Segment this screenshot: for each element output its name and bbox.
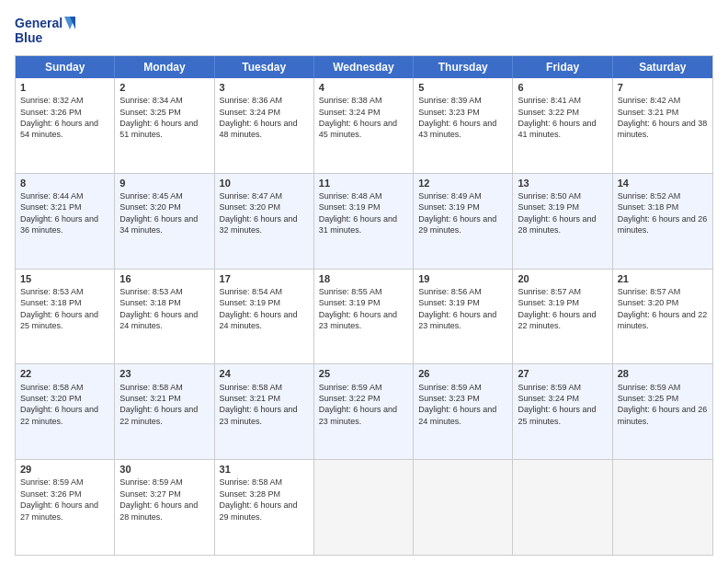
day-cell-19: 19 Sunrise: 8:56 AMSunset: 3:19 PMDaylig… [414,270,513,364]
day-info: Sunrise: 8:58 AMSunset: 3:21 PMDaylight:… [220,383,298,426]
calendar: SundayMondayTuesdayWednesdayThursdayFrid… [15,55,713,556]
day-cell-1: 1 Sunrise: 8:32 AMSunset: 3:26 PMDayligh… [16,78,115,173]
day-cell-13: 13 Sunrise: 8:50 AMSunset: 3:19 PMDaylig… [513,174,612,269]
day-number: 8 [20,177,109,190]
calendar-week-4: 22 Sunrise: 8:58 AMSunset: 3:20 PMDaylig… [16,363,712,459]
day-info: Sunrise: 8:47 AMSunset: 3:20 PMDaylight:… [220,191,298,235]
calendar-week-2: 8 Sunrise: 8:44 AMSunset: 3:21 PMDayligh… [16,173,712,269]
day-cell-7: 7 Sunrise: 8:42 AMSunset: 3:21 PMDayligh… [613,78,712,173]
day-cell-11: 11 Sunrise: 8:48 AMSunset: 3:19 PMDaylig… [314,174,414,269]
day-number: 20 [518,272,607,285]
empty-cell [414,460,513,555]
day-cell-21: 21 Sunrise: 8:57 AMSunset: 3:20 PMDaylig… [613,270,712,364]
day-info: Sunrise: 8:54 AMSunset: 3:19 PMDaylight:… [220,287,298,330]
day-number: 3 [220,81,309,94]
day-number: 12 [418,177,507,190]
day-cell-22: 22 Sunrise: 8:58 AMSunset: 3:20 PMDaylig… [16,364,115,459]
day-number: 17 [220,272,309,285]
day-info: Sunrise: 8:52 AMSunset: 3:18 PMDaylight:… [618,191,708,235]
day-cell-4: 4 Sunrise: 8:38 AMSunset: 3:24 PMDayligh… [314,78,414,173]
day-cell-25: 25 Sunrise: 8:59 AMSunset: 3:22 PMDaylig… [314,364,414,459]
day-header-tuesday: Tuesday [215,56,314,78]
day-info: Sunrise: 8:58 AMSunset: 3:28 PMDaylight:… [220,477,298,521]
day-cell-3: 3 Sunrise: 8:36 AMSunset: 3:24 PMDayligh… [215,78,314,173]
day-info: Sunrise: 8:56 AMSunset: 3:19 PMDaylight:… [418,287,496,330]
day-info: Sunrise: 8:34 AMSunset: 3:25 PMDaylight:… [119,96,198,139]
day-info: Sunrise: 8:41 AMSunset: 3:22 PMDaylight:… [518,96,596,139]
day-number: 21 [618,272,708,285]
day-info: Sunrise: 8:59 AMSunset: 3:24 PMDaylight:… [518,383,596,426]
day-number: 29 [20,463,109,476]
day-cell-29: 29 Sunrise: 8:59 AMSunset: 3:26 PMDaylig… [16,460,115,555]
day-number: 28 [618,367,708,380]
day-cell-10: 10 Sunrise: 8:47 AMSunset: 3:20 PMDaylig… [215,174,314,269]
day-cell-5: 5 Sunrise: 8:39 AMSunset: 3:23 PMDayligh… [414,78,513,173]
day-cell-24: 24 Sunrise: 8:58 AMSunset: 3:21 PMDaylig… [215,364,314,459]
day-number: 11 [319,177,408,190]
day-number: 6 [518,81,607,94]
day-cell-23: 23 Sunrise: 8:58 AMSunset: 3:21 PMDaylig… [115,364,214,459]
day-number: 5 [418,81,507,94]
day-number: 26 [418,367,507,380]
day-info: Sunrise: 8:59 AMSunset: 3:27 PMDaylight:… [119,477,198,521]
day-number: 25 [319,367,408,380]
day-cell-26: 26 Sunrise: 8:59 AMSunset: 3:23 PMDaylig… [414,364,513,459]
day-number: 24 [220,367,309,380]
day-info: Sunrise: 8:57 AMSunset: 3:19 PMDaylight:… [518,287,596,330]
day-info: Sunrise: 8:59 AMSunset: 3:23 PMDaylight:… [418,383,496,426]
header: GeneralBlue [15,11,713,48]
day-number: 2 [119,81,209,94]
day-number: 19 [418,272,507,285]
day-number: 23 [119,367,209,380]
day-cell-2: 2 Sunrise: 8:34 AMSunset: 3:25 PMDayligh… [115,78,214,173]
day-cell-12: 12 Sunrise: 8:49 AMSunset: 3:19 PMDaylig… [414,174,513,269]
empty-cell [613,460,712,555]
day-number: 7 [618,81,708,94]
day-info: Sunrise: 8:32 AMSunset: 3:26 PMDaylight:… [20,96,98,139]
day-info: Sunrise: 8:36 AMSunset: 3:24 PMDaylight:… [220,96,298,139]
svg-text:General: General [15,16,63,30]
day-cell-9: 9 Sunrise: 8:45 AMSunset: 3:20 PMDayligh… [115,174,214,269]
day-number: 30 [119,463,209,476]
day-cell-27: 27 Sunrise: 8:59 AMSunset: 3:24 PMDaylig… [513,364,612,459]
day-info: Sunrise: 8:50 AMSunset: 3:19 PMDaylight:… [518,191,596,235]
day-cell-8: 8 Sunrise: 8:44 AMSunset: 3:21 PMDayligh… [16,174,115,269]
day-header-friday: Friday [513,56,612,78]
calendar-week-1: 1 Sunrise: 8:32 AMSunset: 3:26 PMDayligh… [16,78,712,173]
day-info: Sunrise: 8:58 AMSunset: 3:21 PMDaylight:… [119,383,198,426]
day-info: Sunrise: 8:59 AMSunset: 3:22 PMDaylight:… [319,383,397,426]
day-number: 18 [319,272,408,285]
day-info: Sunrise: 8:48 AMSunset: 3:19 PMDaylight:… [319,191,397,235]
day-header-saturday: Saturday [613,56,712,78]
day-info: Sunrise: 8:39 AMSunset: 3:23 PMDaylight:… [418,96,496,139]
calendar-week-5: 29 Sunrise: 8:59 AMSunset: 3:26 PMDaylig… [16,459,712,555]
day-cell-15: 15 Sunrise: 8:53 AMSunset: 3:18 PMDaylig… [16,270,115,364]
day-cell-6: 6 Sunrise: 8:41 AMSunset: 3:22 PMDayligh… [513,78,612,173]
day-number: 22 [20,367,109,380]
day-number: 9 [119,177,209,190]
day-cell-16: 16 Sunrise: 8:53 AMSunset: 3:18 PMDaylig… [115,270,214,364]
day-cell-30: 30 Sunrise: 8:59 AMSunset: 3:27 PMDaylig… [115,460,214,555]
day-info: Sunrise: 8:59 AMSunset: 3:25 PMDaylight:… [618,383,708,426]
day-header-wednesday: Wednesday [314,56,414,78]
day-info: Sunrise: 8:58 AMSunset: 3:20 PMDaylight:… [20,383,98,426]
day-info: Sunrise: 8:49 AMSunset: 3:19 PMDaylight:… [418,191,496,235]
day-number: 15 [20,272,109,285]
empty-cell [513,460,612,555]
day-info: Sunrise: 8:53 AMSunset: 3:18 PMDaylight:… [20,287,98,330]
day-info: Sunrise: 8:55 AMSunset: 3:19 PMDaylight:… [319,287,397,330]
general-blue-icon: GeneralBlue [15,15,79,48]
day-info: Sunrise: 8:53 AMSunset: 3:18 PMDaylight:… [119,287,198,330]
day-number: 4 [319,81,408,94]
day-cell-17: 17 Sunrise: 8:54 AMSunset: 3:19 PMDaylig… [215,270,314,364]
day-cell-20: 20 Sunrise: 8:57 AMSunset: 3:19 PMDaylig… [513,270,612,364]
day-cell-14: 14 Sunrise: 8:52 AMSunset: 3:18 PMDaylig… [613,174,712,269]
day-info: Sunrise: 8:57 AMSunset: 3:20 PMDaylight:… [618,287,708,330]
empty-cell [314,460,414,555]
day-number: 10 [220,177,309,190]
day-number: 1 [20,81,109,94]
day-header-thursday: Thursday [414,56,513,78]
day-number: 31 [220,463,309,476]
day-info: Sunrise: 8:38 AMSunset: 3:24 PMDaylight:… [319,96,397,139]
page: GeneralBlue SundayMondayTuesdayWednesday… [0,0,728,563]
